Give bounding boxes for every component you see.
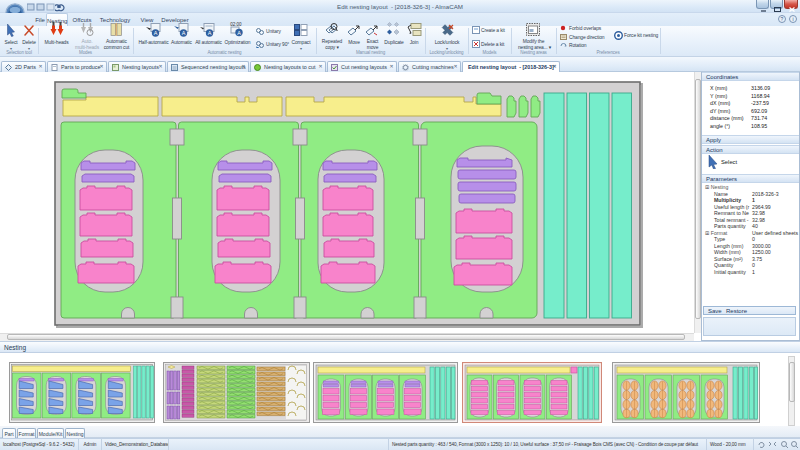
svg-text:A: A — [182, 30, 186, 36]
svg-text:i: i — [792, 16, 793, 22]
svg-text:A: A — [154, 30, 158, 36]
svg-text:A: A — [237, 30, 241, 36]
svg-text:?: ? — [781, 16, 784, 22]
svg-text:02:00: 02:00 — [230, 22, 242, 27]
svg-text:A: A — [208, 30, 212, 36]
